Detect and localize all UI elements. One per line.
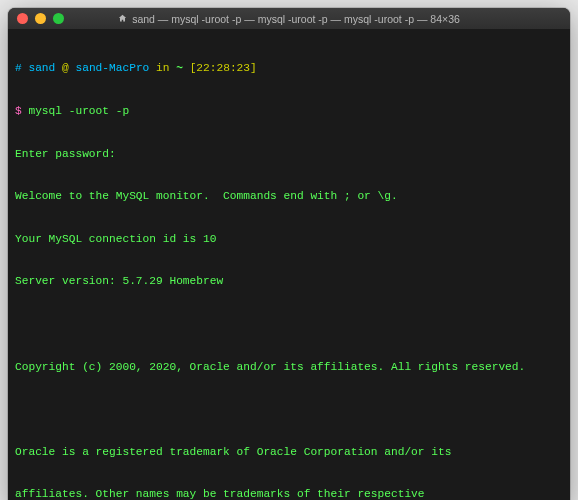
prompt-time: [22:28:23] bbox=[190, 62, 257, 74]
prompt-at: @ bbox=[62, 62, 69, 74]
shell-command: mysql -uroot -p bbox=[28, 105, 129, 117]
home-icon bbox=[118, 14, 127, 23]
output-line: Oracle is a registered trademark of Orac… bbox=[15, 445, 563, 459]
prompt-user: sand bbox=[28, 62, 55, 74]
output-line: Welcome to the MySQL monitor. Commands e… bbox=[15, 189, 563, 203]
prompt-dollar: $ bbox=[15, 105, 22, 117]
output-line: Server version: 5.7.29 Homebrew bbox=[15, 274, 563, 288]
prompt-path: ~ bbox=[176, 62, 183, 74]
minimize-icon[interactable] bbox=[35, 13, 46, 24]
output-line: Copyright (c) 2000, 2020, Oracle and/or … bbox=[15, 360, 563, 374]
window-title: sand — mysql -uroot -p — mysql -uroot -p… bbox=[8, 13, 570, 25]
traffic-lights bbox=[8, 13, 64, 24]
terminal-body[interactable]: # sand @ sand-MacPro in ~ [22:28:23] $ m… bbox=[8, 30, 570, 500]
command-line: $ mysql -uroot -p bbox=[15, 104, 563, 118]
prompt-in: in bbox=[156, 62, 169, 74]
maximize-icon[interactable] bbox=[53, 13, 64, 24]
terminal-window: sand — mysql -uroot -p — mysql -uroot -p… bbox=[8, 8, 570, 500]
output-line: Your MySQL connection id is 10 bbox=[15, 232, 563, 246]
shell-prompt-line: # sand @ sand-MacPro in ~ [22:28:23] bbox=[15, 61, 563, 75]
blank-line bbox=[15, 317, 563, 331]
titlebar[interactable]: sand — mysql -uroot -p — mysql -uroot -p… bbox=[8, 8, 570, 30]
prompt-host: sand-MacPro bbox=[75, 62, 149, 74]
blank-line bbox=[15, 402, 563, 416]
close-icon[interactable] bbox=[17, 13, 28, 24]
prompt-hash: # bbox=[15, 62, 22, 74]
output-line: affiliates. Other names may be trademark… bbox=[15, 487, 563, 500]
window-title-text: sand — mysql -uroot -p — mysql -uroot -p… bbox=[132, 13, 460, 25]
output-line: Enter password: bbox=[15, 147, 563, 161]
